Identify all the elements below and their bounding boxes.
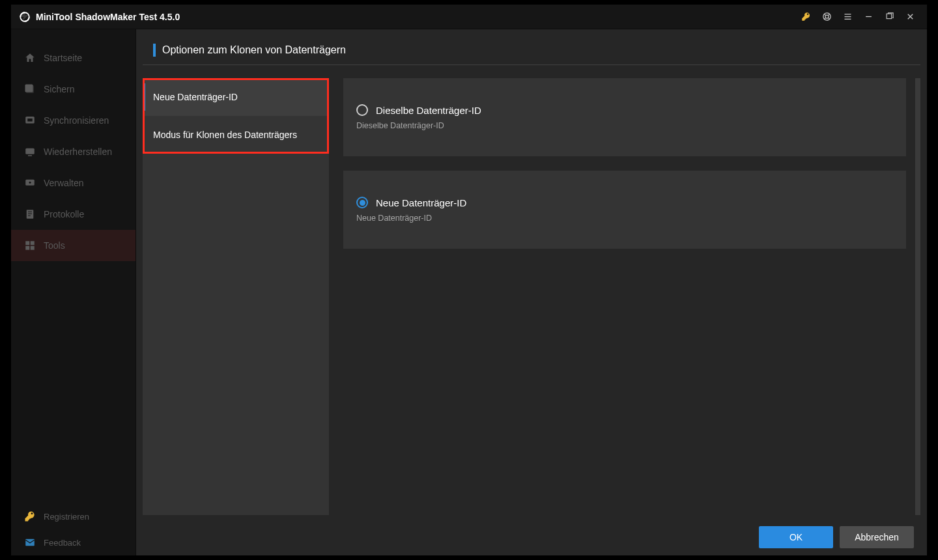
sidebar-item-manage[interactable]: Verwalten (11, 167, 135, 199)
sidebar-item-label: Tools (44, 240, 65, 251)
title-right (797, 8, 919, 26)
sidebar: Startseite Sichern Synchronisieren Wiede… (11, 29, 136, 555)
options-area: Dieselbe Datenträger-ID Dieselbe Datentr… (343, 78, 920, 515)
activate-key-icon[interactable] (797, 8, 815, 26)
radio-selected-icon (356, 197, 368, 208)
header-accent (153, 44, 156, 57)
app-logo-icon (19, 11, 31, 23)
radio-description: Neue Datenträger-ID (356, 214, 893, 223)
sidebar-item-home[interactable]: Startseite (11, 42, 135, 74)
subtab-panel: Neue Datenträger-ID Modus für Klonen des… (143, 78, 329, 515)
svg-rect-6 (27, 119, 33, 122)
close-icon[interactable] (901, 8, 919, 26)
sidebar-item-label: Wiederherstellen (44, 147, 112, 157)
radio-description: Dieselbe Datenträger-ID (356, 121, 893, 130)
key-icon (24, 511, 36, 522)
svg-rect-7 (25, 148, 35, 154)
logs-icon (24, 208, 36, 220)
sidebar-item-label: Startseite (44, 53, 82, 63)
subtab-clone-mode[interactable]: Modus für Klonen des Datenträgers (143, 116, 329, 154)
sidebar-item-label: Registrieren (44, 512, 89, 522)
radio-new-id[interactable]: Neue Datenträger-ID (356, 197, 893, 208)
cancel-button[interactable]: Abbrechen (840, 526, 914, 548)
app-window: MiniTool ShadowMaker Test 4.5.0 (10, 4, 928, 556)
svg-point-9 (29, 182, 31, 184)
page-header: Optionen zum Klonen von Datenträgern (143, 29, 920, 65)
sidebar-item-label: Synchronisieren (44, 115, 109, 126)
menu-icon[interactable] (838, 8, 857, 26)
sidebar-item-restore[interactable]: Wiederherstellen (11, 136, 135, 167)
content-area: Optionen zum Klonen von Datenträgern Neu… (136, 29, 927, 555)
svg-rect-14 (31, 246, 35, 250)
subtab-new-disk-id[interactable]: Neue Datenträger-ID (143, 78, 329, 116)
sidebar-item-logs[interactable]: Protokolle (11, 199, 135, 230)
radio-label: Dieselbe Datenträger-ID (376, 105, 481, 116)
mail-icon (24, 537, 36, 548)
sidebar-item-label: Protokolle (44, 209, 84, 219)
subtab-label: Neue Datenträger-ID (153, 92, 238, 102)
manage-icon (24, 177, 36, 189)
home-icon (24, 52, 36, 64)
app-body: Startseite Sichern Synchronisieren Wiede… (11, 29, 927, 555)
app-title: MiniTool ShadowMaker Test 4.5.0 (36, 12, 180, 22)
option-card-new-id[interactable]: Neue Datenträger-ID Neue Datenträger-ID (343, 171, 906, 249)
footer: OK Abbrechen (136, 519, 927, 555)
maximize-icon[interactable] (880, 8, 898, 26)
title-left: MiniTool ShadowMaker Test 4.5.0 (19, 11, 180, 23)
svg-rect-10 (27, 210, 34, 219)
sync-icon (24, 115, 36, 126)
sidebar-spacer (11, 261, 135, 503)
svg-rect-15 (25, 539, 35, 546)
ok-button[interactable]: OK (759, 526, 833, 548)
svg-rect-13 (25, 246, 29, 250)
minimize-icon[interactable] (859, 8, 877, 26)
sidebar-item-label: Feedback (44, 538, 81, 548)
help-lifebuoy-icon[interactable] (817, 8, 836, 26)
svg-rect-11 (25, 241, 29, 245)
subtab-label: Modus für Klonen des Datenträgers (153, 130, 297, 140)
radio-unselected-icon (356, 104, 368, 116)
sidebar-item-label: Sichern (44, 84, 74, 94)
panel-row: Neue Datenträger-ID Modus für Klonen des… (136, 65, 927, 519)
sidebar-item-register[interactable]: Registrieren (11, 503, 135, 529)
restore-icon (24, 146, 36, 158)
page-title: Optionen zum Klonen von Datenträgern (162, 44, 346, 56)
backup-icon (24, 83, 36, 95)
sidebar-item-backup[interactable]: Sichern (11, 74, 135, 105)
scroll-indicator[interactable] (915, 78, 920, 515)
sidebar-item-label: Verwalten (44, 178, 83, 188)
title-bar: MiniTool ShadowMaker Test 4.5.0 (11, 5, 927, 29)
tools-icon (24, 240, 36, 251)
svg-rect-2 (887, 14, 892, 19)
sidebar-item-tools[interactable]: Tools (11, 230, 135, 261)
sidebar-item-feedback[interactable]: Feedback (11, 529, 135, 555)
svg-point-1 (825, 15, 829, 18)
sidebar-item-sync[interactable]: Synchronisieren (11, 105, 135, 136)
options-scroll: Dieselbe Datenträger-ID Dieselbe Datentr… (343, 78, 920, 515)
radio-same-id[interactable]: Dieselbe Datenträger-ID (356, 104, 893, 116)
svg-rect-12 (31, 241, 35, 245)
content-main: Optionen zum Klonen von Datenträgern Neu… (136, 29, 927, 519)
option-card-same-id[interactable]: Dieselbe Datenträger-ID Dieselbe Datentr… (343, 78, 906, 156)
svg-rect-4 (25, 85, 33, 92)
radio-label: Neue Datenträger-ID (376, 197, 466, 208)
